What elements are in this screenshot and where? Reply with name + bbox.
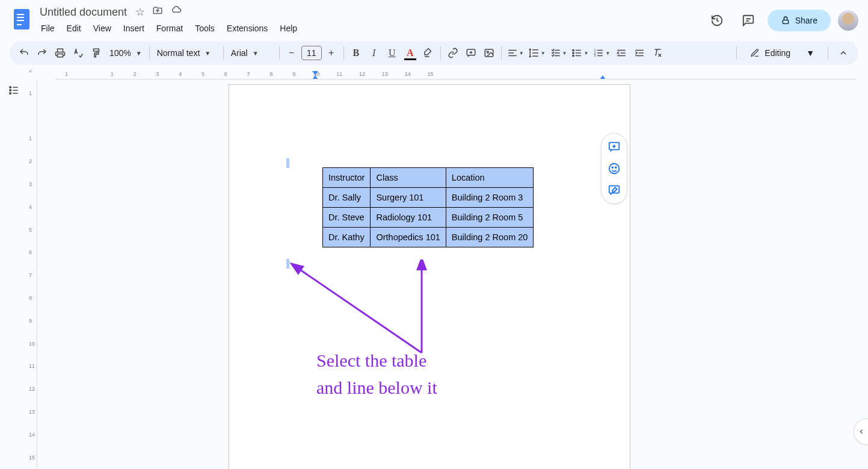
align-dropdown-icon[interactable]: ▼ (505, 45, 526, 61)
svg-point-5 (573, 52, 574, 54)
undo-icon[interactable] (16, 45, 32, 61)
table-cell: Instructor (323, 168, 371, 188)
history-icon[interactable] (705, 8, 729, 33)
ruler-tick: 14 (29, 432, 35, 438)
ruler-tick: 1 (100, 71, 123, 77)
vertical-ruler[interactable]: 2112345678910111213141516 (28, 79, 37, 469)
italic-icon[interactable]: I (366, 45, 383, 61)
left-indent-marker[interactable] (312, 75, 318, 79)
selection-marker-top (286, 158, 289, 168)
menu-edit[interactable]: Edit (62, 21, 86, 36)
table-row: Dr. Sally Surgery 101 Building 2 Room 3 (323, 188, 534, 208)
zoom-dropdown[interactable]: 100%▼ (106, 45, 146, 61)
ruler-tick: 2 (29, 158, 32, 164)
ruler-tick (78, 71, 101, 77)
svg-point-11 (10, 90, 11, 92)
svg-point-10 (10, 87, 11, 89)
print-icon[interactable] (52, 45, 69, 61)
share-button[interactable]: Share (768, 10, 831, 31)
ruler-tick: 5 (29, 227, 32, 233)
ruler-tick: 12 (351, 71, 374, 77)
menu-help[interactable]: Help (275, 21, 302, 36)
bulleted-list-icon[interactable]: ▼ (570, 45, 590, 61)
hide-menus-icon[interactable] (834, 44, 852, 62)
document-page[interactable]: Instructor Class Location Dr. Sally Surg… (229, 84, 630, 469)
increase-font-icon[interactable]: + (323, 45, 340, 61)
ruler-tick: 14 (396, 71, 419, 77)
ruler-tick: 3 (29, 181, 32, 187)
content-table[interactable]: Instructor Class Location Dr. Sally Surg… (322, 167, 534, 247)
clear-formatting-icon[interactable] (649, 45, 666, 61)
table-cell: Building 2 Room 5 (446, 208, 534, 228)
menu-view[interactable]: View (88, 21, 116, 36)
star-icon[interactable]: ☆ (135, 5, 145, 19)
svg-rect-0 (783, 20, 788, 23)
editing-mode-dropdown[interactable]: Editing ▼ (743, 44, 822, 62)
table-row: Dr. Steve Radiology 101 Building 2 Room … (323, 208, 534, 228)
table-cell: Class (371, 168, 446, 188)
ruler-tick: 6 (29, 249, 32, 255)
spellcheck-icon[interactable] (70, 45, 87, 61)
ruler-tick: 9 (283, 71, 306, 77)
table-cell: Building 2 Room 3 (446, 188, 534, 208)
font-size-input[interactable]: 11 (301, 46, 322, 60)
svg-point-12 (10, 93, 11, 95)
svg-point-14 (609, 164, 620, 174)
increase-indent-icon[interactable] (631, 45, 648, 61)
horizontal-ruler[interactable]: 21123456789101112131415 (55, 70, 856, 79)
underline-icon[interactable]: U (384, 45, 401, 61)
ruler-tick: 4 (29, 204, 32, 210)
table-cell: Location (446, 168, 534, 188)
svg-line-18 (298, 269, 422, 353)
ruler-tick: 15 (419, 71, 442, 77)
paint-format-icon[interactable] (88, 45, 105, 61)
paragraph-style-dropdown[interactable]: Normal text▼ (153, 45, 220, 61)
decrease-font-icon[interactable]: − (283, 45, 300, 61)
table-cell: Dr. Steve (323, 208, 371, 228)
right-indent-marker[interactable] (600, 75, 606, 79)
bold-icon[interactable]: B (348, 45, 365, 61)
ruler-tick: 10 (29, 341, 35, 347)
svg-text:3: 3 (594, 54, 596, 57)
cloud-status-icon[interactable] (170, 5, 182, 19)
svg-point-3 (487, 51, 488, 53)
decrease-indent-icon[interactable] (613, 45, 630, 61)
line-spacing-icon[interactable]: ▼ (527, 45, 547, 61)
table-cell: Dr. Sally (323, 188, 371, 208)
menu-insert[interactable]: Insert (119, 21, 149, 36)
font-dropdown[interactable]: Arial▼ (227, 45, 275, 61)
menu-file[interactable]: File (36, 21, 60, 36)
insert-link-icon[interactable] (445, 45, 461, 61)
ruler-tick: 7 (237, 71, 260, 77)
insert-image-icon[interactable] (481, 45, 497, 61)
text-color-icon[interactable]: A (402, 45, 419, 61)
menu-format[interactable]: Format (152, 21, 188, 36)
floating-comment-toolbar (601, 133, 627, 204)
ruler-tick: 12 (29, 386, 35, 392)
toolbar: 100%▼ Normal text▼ Arial▼ − 11 + B I U A… (10, 41, 858, 65)
menu-extensions[interactable]: Extensions (222, 21, 272, 36)
redo-icon[interactable] (34, 45, 51, 61)
ruler-tick: 2 (123, 71, 146, 77)
menu-tools[interactable]: Tools (190, 21, 220, 36)
document-outline-icon[interactable] (4, 81, 23, 100)
document-title[interactable]: Untitled document (36, 5, 131, 20)
add-emoji-icon[interactable] (605, 159, 624, 178)
add-comment-icon[interactable] (605, 137, 624, 157)
ruler-tick: 8 (29, 295, 32, 301)
docs-logo-icon[interactable] (10, 7, 34, 31)
ruler-tick: 11 (328, 71, 351, 77)
suggest-edits-icon[interactable] (605, 181, 624, 200)
highlight-icon[interactable] (420, 45, 437, 61)
numbered-list-icon[interactable]: 123▼ (591, 45, 612, 61)
ruler-tick: 1 (29, 90, 32, 96)
share-label: Share (795, 16, 817, 25)
ruler-tick: 9 (29, 318, 32, 324)
account-avatar[interactable] (838, 10, 858, 31)
insert-comment-icon[interactable] (463, 45, 479, 61)
first-line-indent-marker[interactable] (312, 71, 318, 75)
comments-icon[interactable] (736, 8, 760, 33)
move-icon[interactable] (152, 5, 163, 19)
checklist-icon[interactable]: ▼ (549, 45, 569, 61)
ruler-tick: 5 (192, 71, 215, 77)
